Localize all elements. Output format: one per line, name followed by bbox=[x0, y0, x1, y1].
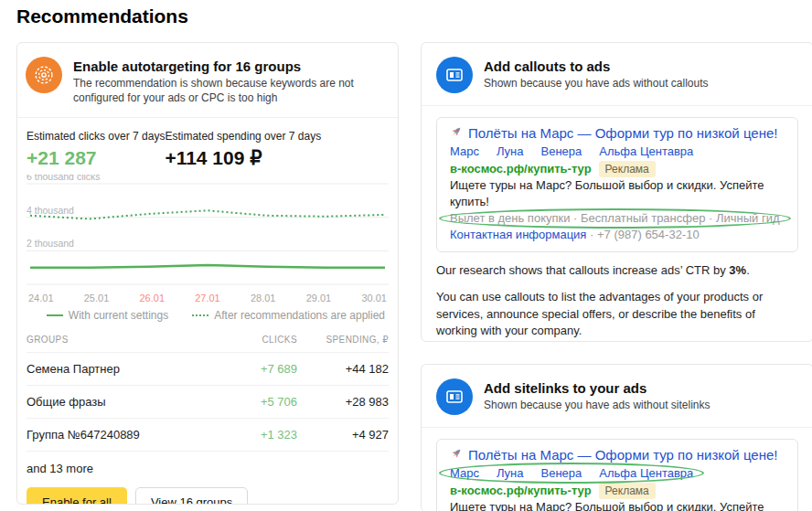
ad-sitelink[interactable]: Альфа Центавра bbox=[599, 144, 693, 160]
ad-sitelink[interactable]: Марс bbox=[450, 144, 479, 160]
ad-description: Ищете туры на Марс? Большой выбор и скид… bbox=[450, 177, 785, 210]
ad-description: Ищете туры на Марс? Большой выбор и скид… bbox=[450, 499, 785, 511]
svg-text:4 thousand: 4 thousand bbox=[27, 205, 74, 216]
sitelinks-card: Add sitelinks to your ads Shown because … bbox=[421, 364, 812, 511]
rocket-icon bbox=[450, 124, 463, 143]
ad-sitelink[interactable]: Луна bbox=[497, 465, 524, 482]
rocket-icon bbox=[450, 446, 463, 464]
enable-for-all-button[interactable]: Enable for all bbox=[27, 487, 127, 505]
ad-badge: Реклама bbox=[599, 483, 656, 499]
spending-cell: +44 182 bbox=[297, 362, 389, 376]
legend-item-current: With current settings bbox=[47, 309, 168, 322]
solid-line-swatch-icon bbox=[47, 314, 63, 316]
ad-sitelink[interactable]: Луна bbox=[497, 144, 524, 160]
clicks-cell: +5 706 bbox=[219, 395, 297, 409]
ad-display-url[interactable]: в-космос.рф/купить-тур bbox=[450, 484, 592, 497]
group-name-cell: Семена Партнер bbox=[27, 362, 219, 376]
ad-sitelinks-highlight: МарсЛунаВенераАльфа Центавра bbox=[450, 464, 693, 482]
page-title: Recommendations bbox=[16, 5, 188, 27]
ad-contact-phone: +7 (987) 654-32-10 bbox=[597, 228, 700, 241]
callouts-research-text: Our research shows that callouts increas… bbox=[436, 262, 798, 279]
clicks-forecast-chart: 6 thousand clicks4 thousand2 thousand 24… bbox=[17, 169, 398, 322]
column-header-clicks: CLICKS bbox=[219, 335, 297, 345]
svg-text:6 thousand clicks: 6 thousand clicks bbox=[27, 175, 101, 182]
x-tick-label: 30.01 bbox=[361, 293, 387, 303]
ad-callouts-line: Вылет в день покупки · Бесплатный трансф… bbox=[450, 210, 780, 227]
stat-value: +114 109 ₽ bbox=[165, 147, 321, 169]
chart-x-axis: 24.0125.0126.0127.0128.0129.0130.01 bbox=[27, 290, 389, 303]
view-groups-button[interactable]: View 16 groups bbox=[135, 487, 248, 505]
clicks-cell: +1 323 bbox=[219, 428, 297, 442]
estimated-spending-stat: Estimated spending over 7 days +114 109 … bbox=[165, 130, 321, 169]
ad-preview: Полёты на Марс — Оформи тур по низкой це… bbox=[436, 117, 798, 252]
callouts-usage-text: You can use callouts to list the advanta… bbox=[436, 289, 798, 339]
ad-contact-link[interactable]: Контактная информация bbox=[450, 228, 586, 241]
ad-title-link[interactable]: Полёты на Марс — Оформи тур по низкой це… bbox=[468, 124, 777, 143]
estimates-row: Estimated clicks over 7 days +21 287 Est… bbox=[17, 118, 398, 169]
ad-badge: Реклама bbox=[599, 161, 656, 177]
spending-cell: +4 927 bbox=[297, 428, 389, 442]
spending-cell: +28 983 bbox=[297, 395, 389, 409]
and-more-label: and 13 more bbox=[27, 452, 389, 475]
table-row: Семена Партнер+7 689+44 182 bbox=[27, 353, 389, 386]
ad-card-icon bbox=[436, 378, 473, 415]
ad-title-link[interactable]: Полёты на Марс — Оформи тур по низкой це… bbox=[468, 446, 777, 464]
x-tick-label: 29.01 bbox=[306, 293, 332, 303]
callouts-card-header: Add callouts to ads Shown because you ha… bbox=[422, 43, 812, 106]
ad-sitelink[interactable]: Венера bbox=[541, 144, 582, 160]
group-name-cell: Общие фразы bbox=[27, 395, 219, 409]
legend-label: After recommendations are applied bbox=[214, 309, 385, 322]
groups-table-body: Семена Партнер+7 689+44 182Общие фразы+5… bbox=[27, 353, 389, 452]
chart-legend: With current settings After recommendati… bbox=[27, 303, 389, 322]
ad-sitelink[interactable]: Венера bbox=[541, 465, 582, 482]
groups-table-header: GROUPS CLICKS SPENDING, ₽ bbox=[27, 329, 389, 353]
table-row: Общие фразы+5 706+28 983 bbox=[27, 386, 389, 419]
table-row: Группа №647240889+1 323+4 927 bbox=[27, 419, 389, 452]
x-tick-label: 24.01 bbox=[28, 293, 54, 303]
sitelinks-card-header: Add sitelinks to your ads Shown because … bbox=[422, 365, 812, 428]
legend-label: With current settings bbox=[69, 309, 168, 322]
ad-sitelinks-row: МарсЛунаВенераАльфа Центавра bbox=[450, 465, 693, 482]
ad-sitelink[interactable]: Альфа Центавра bbox=[599, 465, 693, 482]
x-tick-label: 25.01 bbox=[84, 293, 110, 303]
ad-sitelinks-row: МарсЛунаВенераАльфа Центавра bbox=[450, 144, 785, 160]
card-title: Add callouts to ads bbox=[484, 59, 709, 74]
separator-dot: · bbox=[590, 228, 593, 241]
x-tick-label: 28.01 bbox=[251, 293, 276, 303]
x-tick-label: 26.01 bbox=[139, 293, 165, 303]
autotargeting-card-header: Enable autotargeting for 16 groups The r… bbox=[17, 43, 398, 118]
autotargeting-card: Enable autotargeting for 16 groups The r… bbox=[16, 42, 399, 505]
autotargeting-target-icon bbox=[26, 57, 62, 93]
groups-table: GROUPS CLICKS SPENDING, ₽ Семена Партнер… bbox=[27, 329, 389, 475]
estimated-clicks-stat: Estimated clicks over 7 days +21 287 bbox=[27, 130, 165, 169]
dotted-line-swatch-icon bbox=[192, 314, 208, 316]
card-subtitle: Shown because you have ads without callo… bbox=[484, 77, 709, 91]
card-title: Enable autotargeting for 16 groups bbox=[73, 59, 389, 74]
legend-item-after: After recommendations are applied bbox=[192, 309, 385, 322]
card-subtitle: The recommendation is shown because keyw… bbox=[73, 77, 389, 105]
ad-sitelink[interactable]: Марс bbox=[450, 465, 479, 482]
card-subtitle: Shown because you have ads without sitel… bbox=[484, 399, 710, 413]
clicks-cell: +7 689 bbox=[219, 362, 297, 376]
stat-value: +21 287 bbox=[27, 147, 165, 169]
card-title: Add sitelinks to your ads bbox=[484, 380, 710, 396]
stat-label: Estimated spending over 7 days bbox=[165, 130, 321, 143]
chart-canvas: 6 thousand clicks4 thousand2 thousand bbox=[27, 175, 389, 290]
callouts-card: Add callouts to ads Shown because you ha… bbox=[421, 42, 812, 342]
column-header-spending: SPENDING, ₽ bbox=[297, 335, 389, 345]
x-tick-label: 27.01 bbox=[195, 293, 220, 303]
stat-label: Estimated clicks over 7 days bbox=[27, 130, 165, 143]
group-name-cell: Группа №647240889 bbox=[27, 428, 219, 442]
ad-card-icon bbox=[436, 57, 473, 93]
autotargeting-actions: Enable for all View 16 groups bbox=[17, 475, 398, 505]
ad-display-url[interactable]: в-космос.рф/купить-тур bbox=[450, 162, 592, 176]
ad-preview: Полёты на Марс — Оформи тур по низкой це… bbox=[436, 439, 798, 511]
column-header-groups: GROUPS bbox=[27, 335, 219, 345]
svg-text:2 thousand: 2 thousand bbox=[27, 239, 74, 250]
